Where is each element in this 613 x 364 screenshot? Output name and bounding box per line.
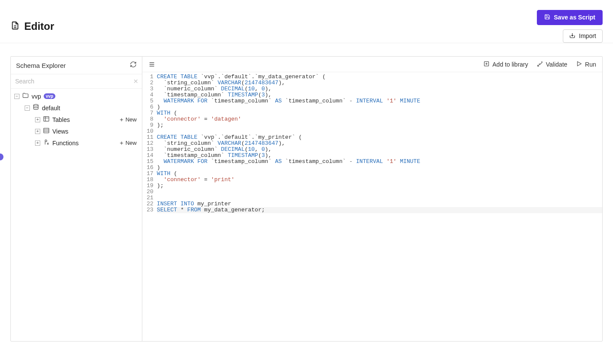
run-label: Run <box>585 61 596 68</box>
svg-point-0 <box>34 104 39 106</box>
tree-node-views[interactable]: +Views <box>11 125 142 137</box>
toggle-sidebar-icon[interactable] <box>148 61 155 68</box>
file-icon <box>10 21 20 32</box>
schema-explorer-sidebar: Schema Explorer ✕ − vvp vvp − <box>11 57 142 341</box>
refresh-icon[interactable] <box>130 61 137 70</box>
library-icon <box>483 61 490 68</box>
save-as-script-button[interactable]: Save as Script <box>537 10 603 25</box>
tree-schema-label: default <box>42 105 60 112</box>
save-icon <box>544 14 550 21</box>
run-button[interactable]: Run <box>576 61 596 68</box>
svg-rect-2 <box>44 128 49 133</box>
validate-button[interactable]: Validate <box>537 61 568 68</box>
new-functions-button[interactable]: New <box>117 140 138 146</box>
expand-icon[interactable]: + <box>35 129 40 134</box>
new-tables-button[interactable]: New <box>117 116 138 123</box>
clear-search-icon[interactable]: ✕ <box>133 78 138 85</box>
tree-node-label: Tables <box>52 116 70 123</box>
tree-catalog-vvp[interactable]: − vvp vvp <box>11 90 142 102</box>
page-header: Editor Save as Script Import <box>0 0 613 43</box>
tree-catalog-label: vvp <box>32 93 41 100</box>
add-to-library-button[interactable]: Add to library <box>483 61 528 68</box>
page-title: Editor <box>24 20 54 32</box>
editor-toolbar: Add to library Validate Run <box>142 57 602 72</box>
tree-schema-default[interactable]: − default <box>11 102 142 114</box>
expand-icon[interactable]: + <box>35 140 40 146</box>
add-to-library-label: Add to library <box>492 61 528 68</box>
line-gutter: 1234567891011121314151617181920212223 <box>142 74 157 341</box>
run-icon <box>576 61 582 68</box>
validate-label: Validate <box>546 61 568 68</box>
save-button-label: Save as Script <box>554 14 595 21</box>
collapse-icon[interactable]: − <box>14 94 19 99</box>
code-content[interactable]: CREATE TABLE `vvp`.`default`.`my_data_ge… <box>157 74 602 341</box>
tree-node-tables[interactable]: +TablesNew <box>11 114 142 125</box>
views-icon <box>43 127 50 135</box>
svg-rect-1 <box>44 117 49 121</box>
search-input[interactable] <box>11 74 142 88</box>
functions-icon <box>43 139 50 147</box>
editor-pane: Add to library Validate Run 123456789101… <box>142 57 602 341</box>
new-label: New <box>125 116 137 123</box>
folder-icon <box>22 92 29 100</box>
tree-node-functions[interactable]: +FunctionsNew <box>11 137 142 149</box>
code-editor[interactable]: 1234567891011121314151617181920212223 CR… <box>142 72 602 341</box>
import-button-label: Import <box>579 32 596 39</box>
schema-tree: − vvp vvp − default +TablesNew+Views+Fun… <box>11 89 142 341</box>
tables-icon <box>43 115 50 124</box>
validate-icon <box>537 61 543 68</box>
workspace: Schema Explorer ✕ − vvp vvp − <box>10 56 603 342</box>
database-icon <box>32 104 39 112</box>
tree-node-label: Functions <box>52 140 79 147</box>
sidebar-title: Schema Explorer <box>16 62 66 69</box>
collapse-icon[interactable]: − <box>25 105 30 111</box>
left-edge-handle[interactable] <box>0 153 3 160</box>
import-icon <box>569 32 575 40</box>
catalog-badge: vvp <box>44 93 55 99</box>
tree-node-label: Views <box>52 128 68 135</box>
new-label: New <box>125 140 137 146</box>
expand-icon[interactable]: + <box>35 117 40 122</box>
import-button[interactable]: Import <box>563 29 603 43</box>
